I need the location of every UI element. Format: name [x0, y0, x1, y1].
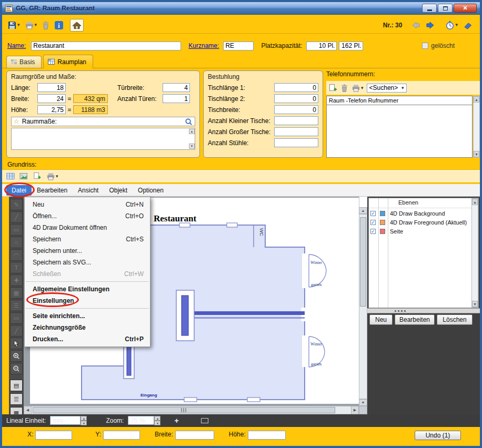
minimize-button[interactable]	[422, 4, 437, 13]
layer-checkbox[interactable]: ✓	[370, 211, 376, 216]
geloescht-checkbox[interactable]	[422, 43, 428, 49]
zoom-in-tool-button[interactable]	[10, 350, 23, 362]
tab-raumplan[interactable]: Raumplan	[43, 55, 93, 68]
layer-row[interactable]: ✓ Seite	[369, 227, 471, 236]
layers-scrollbar[interactable]: ▲ ▼	[471, 198, 478, 308]
close-button[interactable]: ✕	[454, 4, 477, 13]
layer-checkbox[interactable]: ✓	[370, 220, 376, 225]
zoom-out-tool-button[interactable]	[10, 363, 23, 374]
scroll-down-icon[interactable]: ▼	[474, 151, 479, 157]
selection-rect-icon[interactable]	[201, 418, 208, 423]
menu-item-speichern[interactable]: SpeichernCtrl+S	[25, 233, 150, 245]
scroll-down-icon[interactable]: ▼	[472, 301, 478, 307]
menu-item-neu[interactable]: NeuCtrl+N	[25, 199, 150, 210]
layers-list[interactable]: Ebenen ✓ 4D Draw Background ✓ 4D Draw Fo…	[368, 198, 479, 308]
laenge-input[interactable]	[37, 83, 66, 92]
scroll-up-icon[interactable]: ▲	[189, 129, 195, 134]
tischbreite-input[interactable]	[274, 105, 318, 114]
next-record-button[interactable]	[425, 21, 436, 30]
kurzname-input[interactable]	[223, 42, 254, 50]
menu-item-speichern-unter[interactable]: Speichern unter...	[25, 245, 150, 257]
new-page-button[interactable]	[33, 172, 42, 180]
menu-item-speichern-als-svg[interactable]: Speichern als SVG...	[25, 257, 150, 268]
scroll-up-icon[interactable]: ▲	[472, 199, 478, 205]
layer-color-swatch[interactable]	[380, 229, 385, 234]
menu-item-allgemeine-einstellungen[interactable]: Allgemeine Einstellungen	[25, 283, 150, 295]
tischlaenge1-input[interactable]	[274, 83, 318, 92]
eraser-button[interactable]	[463, 21, 473, 29]
scroll-down-icon[interactable]: ▼	[359, 399, 367, 406]
layer-color-swatch[interactable]	[380, 220, 385, 225]
platz-max-input[interactable]	[339, 42, 363, 50]
breite-input[interactable]	[175, 431, 214, 440]
unit-combo[interactable]: mm ▲▼	[50, 416, 87, 425]
menu-item-4d-draw-oeffnen[interactable]: 4D Draw Dokument öffnen	[25, 222, 150, 233]
menu-item-seite-einrichten[interactable]: Seite einrichten...	[25, 310, 150, 322]
unit-stepper[interactable]: ▲▼	[81, 416, 87, 425]
prev-record-button[interactable]	[410, 21, 421, 30]
anzahl-stuehle-input[interactable]	[274, 138, 318, 147]
layer-neu-button[interactable]: Neu	[369, 314, 393, 325]
zoom-stepper[interactable]: ▲▼	[154, 416, 160, 425]
add-number-button[interactable]	[328, 84, 337, 93]
suchen-dropdown[interactable]: <Suchen> ▾	[367, 84, 407, 93]
scroll-up-icon[interactable]: ▲	[359, 207, 367, 214]
info-button[interactable]: i	[54, 20, 64, 30]
save-caret-icon[interactable]: ▾	[17, 23, 20, 27]
breite-input[interactable]	[37, 94, 66, 103]
x-input[interactable]	[35, 431, 72, 440]
list-tool-button[interactable]: ☰	[10, 393, 23, 405]
menu-bearbeiten[interactable]: Bearbeiten	[32, 185, 73, 196]
tool-button[interactable]: ☰	[10, 300, 23, 311]
layer-row[interactable]: ✓ 4D Draw Foreground (Aktuell)	[369, 218, 471, 227]
layer-checkbox[interactable]: ✓	[370, 229, 376, 234]
delete-button[interactable]	[41, 19, 51, 31]
tool-button[interactable]: ╱	[10, 325, 23, 337]
grid-tool-button[interactable]: ▦	[10, 407, 23, 414]
name-label[interactable]: Name:	[7, 42, 26, 49]
y-input[interactable]	[103, 431, 140, 440]
kurzname-label[interactable]: Kurzname:	[188, 42, 219, 49]
tool-button[interactable]: ▦	[10, 287, 23, 299]
tischlaenge2-input[interactable]	[274, 94, 318, 103]
anzahl-grosser-tische-input[interactable]	[274, 127, 318, 136]
scroll-down-icon[interactable]: ▼	[189, 144, 195, 149]
layer-row[interactable]: ✓ 4D Draw Background	[369, 209, 471, 218]
titlebar[interactable]: GG, GR: Raum Restaurant ✕	[2, 2, 480, 15]
raummasse-textarea[interactable]	[11, 128, 195, 150]
hscroll-thumb[interactable]	[33, 407, 335, 413]
menu-item-oeffnen[interactable]: Öffnen...Ctrl+O	[25, 210, 150, 222]
magnifier-button[interactable]	[185, 118, 193, 126]
print-plan-button[interactable]: ▾	[46, 172, 58, 181]
print-button[interactable]: ▾	[24, 19, 38, 31]
layers-splitter[interactable]	[367, 308, 480, 313]
tool-button[interactable]: ✎	[10, 199, 23, 210]
history-button[interactable]: ▾	[444, 19, 459, 31]
tool-button[interactable]: ▭	[10, 312, 23, 324]
tool-button[interactable]: ╱	[10, 211, 23, 223]
scroll-left-icon[interactable]: ◀	[24, 406, 32, 414]
maximize-button[interactable]	[438, 4, 453, 13]
tool-button[interactable]: ✚	[10, 274, 23, 286]
layer-loeschen-button[interactable]: Löschen	[437, 314, 473, 325]
telefon-list[interactable]	[326, 105, 473, 158]
anzahl-tueren-input[interactable]	[163, 94, 190, 103]
tool-button[interactable]: ▭	[10, 224, 23, 236]
menu-item-einstellungen[interactable]: Einstellungen	[25, 295, 150, 307]
print-numbers-button[interactable]: ▾	[352, 84, 364, 93]
layer-bearbeiten-button[interactable]: Bearbeiten	[395, 314, 435, 325]
canvas-vscrollbar[interactable]: ▲ ▼	[359, 207, 367, 406]
tab-basis[interactable]: Basis	[6, 56, 42, 68]
tool-button[interactable]: ○	[10, 237, 23, 248]
tuerbreite-input[interactable]	[163, 83, 190, 92]
menu-ansicht[interactable]: Ansicht	[73, 185, 104, 196]
delete-number-button[interactable]	[340, 84, 348, 93]
anzahl-kleiner-tische-input[interactable]	[274, 116, 318, 125]
home-button[interactable]	[70, 19, 84, 32]
platz-min-input[interactable]	[306, 42, 337, 50]
telefon-list-header[interactable]: Raum -Telefon Rufnummer	[326, 96, 473, 105]
canvas-hscrollbar[interactable]: ◀ ▶	[24, 406, 359, 414]
menu-datei[interactable]: Datei	[6, 185, 32, 196]
menu-item-zeichnungsgroesse[interactable]: Zeichnungsgröße	[25, 322, 150, 333]
menu-item-drucken[interactable]: Drucken...Ctrl+P	[25, 333, 150, 345]
